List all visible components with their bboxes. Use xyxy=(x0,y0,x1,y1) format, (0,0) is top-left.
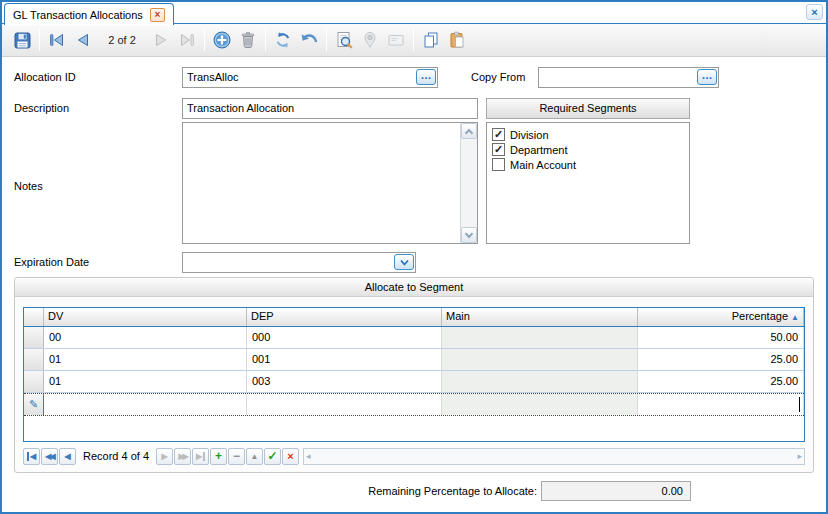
description-field[interactable]: Transaction Allocation xyxy=(182,98,478,119)
scroll-down-icon[interactable] xyxy=(461,227,477,243)
cell-dv-new[interactable] xyxy=(44,394,247,415)
delete-row-icon: − xyxy=(233,449,240,463)
allocate-to-segment-title: Allocate to Segment xyxy=(15,278,813,297)
cell-percentage[interactable]: 25.00 xyxy=(638,371,804,392)
segment-checkbox-row[interactable]: ✓ Division xyxy=(489,127,687,142)
new-row-editing[interactable]: ✎ xyxy=(24,393,804,416)
cell-main-new xyxy=(442,394,638,415)
tab-gl-transaction-allocations[interactable]: GL Transaction Allocations × xyxy=(4,3,174,25)
segment-checkbox-row[interactable]: Main Account xyxy=(489,157,687,172)
grid-horizontal-scrollbar[interactable]: ◂ ▸ xyxy=(303,448,805,465)
cell-dep[interactable]: 003 xyxy=(247,371,442,392)
allocation-id-field[interactable]: TransAlloc … xyxy=(182,67,438,88)
notes-field[interactable] xyxy=(182,122,478,244)
notes-label: Notes xyxy=(14,180,43,192)
description-value: Transaction Allocation xyxy=(187,102,294,114)
cell-percentage-new[interactable] xyxy=(638,394,804,415)
preview-button[interactable] xyxy=(331,27,357,53)
expiration-date-field[interactable] xyxy=(182,252,416,273)
copy-button[interactable] xyxy=(418,27,444,53)
copy-icon xyxy=(421,30,441,50)
main-account-label: Main Account xyxy=(510,159,576,171)
undo-button[interactable] xyxy=(296,27,322,53)
column-header-dv[interactable]: DV xyxy=(44,308,247,326)
add-record-icon xyxy=(212,30,232,50)
copy-from-field[interactable]: … xyxy=(538,67,719,88)
nav-post-edit-button[interactable]: ✓ xyxy=(264,448,281,465)
table-row[interactable]: 01 001 25.00 xyxy=(24,349,804,371)
paste-button[interactable] xyxy=(444,27,470,53)
add-record-button[interactable] xyxy=(209,27,235,53)
gl-transaction-allocations-window: GL Transaction Allocations × × xyxy=(0,0,828,514)
refresh-button[interactable] xyxy=(270,27,296,53)
column-header-main[interactable]: Main xyxy=(442,308,638,326)
post-edit-icon: ✓ xyxy=(268,449,278,463)
tab-strip: GL Transaction Allocations × × xyxy=(2,2,826,24)
row-selector[interactable] xyxy=(24,327,44,348)
copy-from-lookup-button[interactable]: … xyxy=(697,69,717,85)
scroll-left-icon[interactable]: ◂ xyxy=(306,451,311,461)
column-header-dep[interactable]: DEP xyxy=(247,308,442,326)
expiration-date-dropdown-button[interactable] xyxy=(394,254,414,270)
nav-first-button[interactable]: ◀ xyxy=(23,448,40,465)
row-selector[interactable] xyxy=(24,371,44,392)
scroll-right-icon[interactable]: ▸ xyxy=(797,451,802,461)
record-navigator: ◀ ◀◀ ◀ Record 4 of 4 ▶ ▶▶ ▶ + − ▲ ✓ × ◂ … xyxy=(23,447,805,465)
first-record-button[interactable] xyxy=(44,27,70,53)
next-record-button[interactable] xyxy=(148,27,174,53)
cell-dv[interactable]: 01 xyxy=(44,349,247,370)
table-row[interactable]: 01 003 25.00 xyxy=(24,371,804,393)
record-count-label: Record 4 of 4 xyxy=(77,450,155,462)
email-button[interactable] xyxy=(383,27,409,53)
attachment-button[interactable] xyxy=(357,27,383,53)
add-row-icon: + xyxy=(215,449,222,463)
nav-prev-button[interactable]: ◀ xyxy=(59,448,76,465)
table-row[interactable]: 00 000 50.00 xyxy=(24,327,804,349)
text-caret xyxy=(799,397,800,412)
nav-last-button[interactable]: ▶ xyxy=(192,448,209,465)
cell-percentage[interactable]: 25.00 xyxy=(638,349,804,370)
nav-last-icon: ▶ xyxy=(196,452,205,461)
notes-scrollbar[interactable] xyxy=(460,123,477,243)
nav-edit-row-button[interactable]: ▲ xyxy=(246,448,263,465)
cell-dep[interactable]: 000 xyxy=(247,327,442,348)
delete-record-icon xyxy=(238,30,258,50)
division-checkbox[interactable]: ✓ xyxy=(492,128,505,141)
edit-row-icon: ▲ xyxy=(251,452,259,461)
department-checkbox[interactable]: ✓ xyxy=(492,143,505,156)
scroll-up-icon[interactable] xyxy=(461,123,477,139)
cell-dep[interactable]: 001 xyxy=(247,349,442,370)
cell-dv[interactable]: 00 xyxy=(44,327,247,348)
description-label: Description xyxy=(14,102,69,114)
row-selector[interactable] xyxy=(24,349,44,370)
delete-record-button[interactable] xyxy=(235,27,261,53)
allocation-id-lookup-button[interactable]: … xyxy=(416,69,436,85)
tab-close-icon[interactable]: × xyxy=(150,8,165,22)
nav-add-row-button[interactable]: + xyxy=(210,448,227,465)
segment-checkbox-row[interactable]: ✓ Department xyxy=(489,142,687,157)
nav-delete-row-button[interactable]: − xyxy=(228,448,245,465)
remaining-percentage-label: Remaining Percentage to Allocate: xyxy=(302,485,537,497)
last-record-button[interactable] xyxy=(174,27,200,53)
allocation-id-value: TransAlloc xyxy=(187,71,239,83)
cell-dv[interactable]: 01 xyxy=(44,371,247,392)
remaining-percentage-field: 0.00 xyxy=(541,481,691,501)
nav-next-button[interactable]: ▶ xyxy=(156,448,173,465)
previous-record-button[interactable] xyxy=(70,27,96,53)
save-button[interactable] xyxy=(9,27,35,53)
undo-icon xyxy=(299,30,319,50)
preview-icon xyxy=(334,30,354,50)
main-toolbar: 2 of 2 xyxy=(2,24,826,57)
toolbar-separator xyxy=(326,29,327,51)
record-position: 2 of 2 xyxy=(96,34,148,46)
cell-percentage[interactable]: 50.00 xyxy=(638,327,804,348)
toolbar-separator xyxy=(204,29,205,51)
cell-dep-new[interactable] xyxy=(247,394,442,415)
chevron-down-icon xyxy=(399,258,410,267)
nav-prev-page-button[interactable]: ◀◀ xyxy=(41,448,58,465)
nav-next-page-button[interactable]: ▶▶ xyxy=(174,448,191,465)
window-close-button[interactable]: × xyxy=(806,4,823,20)
column-header-percentage[interactable]: Percentage ▲ xyxy=(638,308,804,326)
nav-cancel-edit-button[interactable]: × xyxy=(282,448,299,465)
main-account-checkbox[interactable] xyxy=(492,158,505,171)
